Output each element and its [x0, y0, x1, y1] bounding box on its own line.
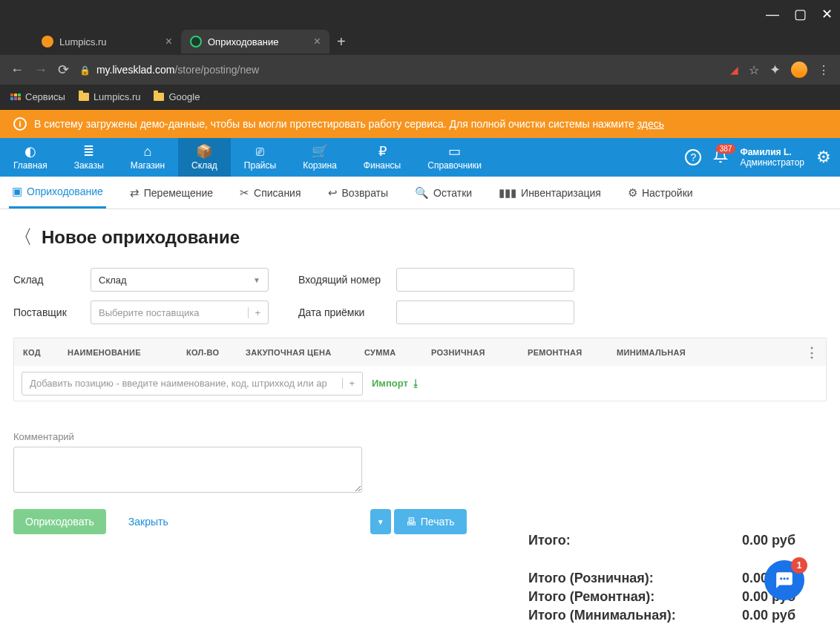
- tab-close-icon[interactable]: ×: [165, 35, 172, 48]
- forward-button[interactable]: →: [34, 62, 47, 78]
- user-menu[interactable]: Фамилия L. Администратор: [740, 147, 804, 168]
- scissors-icon: ✂: [240, 186, 249, 200]
- cart-icon: 🛒: [312, 144, 328, 159]
- lock-icon: 🔒: [79, 65, 91, 76]
- gear-icon: ⚙: [628, 186, 637, 200]
- new-tab-button[interactable]: +: [329, 33, 353, 50]
- folder-icon: [154, 93, 164, 101]
- main-nav: ◐Главная ≣Заказы ⌂Магазин 📦Склад ⎚Прайсы…: [0, 138, 840, 177]
- tab-close-icon[interactable]: ×: [314, 35, 321, 48]
- bookmark-star-icon[interactable]: ☆: [749, 63, 759, 77]
- folder-icon: [79, 93, 89, 101]
- chevron-down-icon: ▼: [253, 276, 260, 284]
- notifications-button[interactable]: 387: [713, 148, 728, 167]
- bookmark-lumpics[interactable]: Lumpics.ru: [79, 91, 141, 102]
- extension-icon[interactable]: ◢: [730, 64, 738, 76]
- date-input[interactable]: [396, 301, 574, 324]
- close-button[interactable]: Закрыть: [117, 509, 180, 534]
- print-dropdown-button[interactable]: ▼: [370, 509, 391, 534]
- doc-icon: ▣: [12, 185, 22, 198]
- list-icon: ≣: [83, 144, 94, 159]
- add-position-input[interactable]: Добавить позицию - введите наименование,…: [22, 372, 363, 395]
- add-supplier-button[interactable]: +: [248, 307, 260, 318]
- tab-title: Lumpics.ru: [59, 36, 107, 47]
- nav-reference[interactable]: ▭Справочники: [414, 138, 495, 177]
- add-row: Добавить позицию - введите наименование,…: [13, 366, 827, 401]
- nav-finance[interactable]: ₽Финансы: [350, 138, 414, 177]
- subnav-returns[interactable]: ↩Возвраты: [325, 177, 392, 209]
- minimize-button[interactable]: —: [766, 7, 779, 22]
- comment-textarea[interactable]: [13, 447, 362, 493]
- th-name: НАИМЕНОВАНИЕ: [59, 348, 177, 357]
- barcode-icon: ▮▮▮: [499, 186, 516, 200]
- incoming-number-input[interactable]: [396, 268, 574, 292]
- subnav-writeoff[interactable]: ✂Списания: [237, 177, 303, 209]
- notification-badge: 387: [716, 144, 736, 154]
- nav-store[interactable]: ⌂Магазин: [117, 138, 178, 177]
- th-min: МИНИМАЛЬНАЯ: [608, 348, 704, 357]
- printer-icon: 🖶: [406, 516, 416, 528]
- info-icon: i: [13, 117, 27, 131]
- svg-point-2: [787, 577, 789, 580]
- tab-favicon: [42, 36, 53, 47]
- supplier-select[interactable]: Выберите поставщика +: [91, 301, 269, 324]
- th-sum: СУММА: [355, 348, 422, 357]
- sub-nav: ▣Оприходование ⇄Перемещение ✂Списания ↩В…: [0, 177, 840, 209]
- subnav-posting[interactable]: ▣Оприходование: [9, 177, 106, 209]
- reload-button[interactable]: ⟳: [58, 62, 69, 78]
- tab-favicon: [190, 36, 202, 47]
- tab-posting[interactable]: Оприходование ×: [181, 30, 329, 53]
- nav-orders[interactable]: ≣Заказы: [61, 138, 117, 177]
- chat-button[interactable]: 1: [764, 560, 804, 600]
- extensions-icon[interactable]: ✦: [770, 62, 781, 78]
- svg-point-1: [783, 577, 785, 580]
- subnav-inventory[interactable]: ▮▮▮Инвентаризация: [496, 177, 604, 209]
- profile-avatar[interactable]: [791, 62, 807, 78]
- clear-demo-link[interactable]: здесь: [637, 118, 664, 130]
- nav-prices[interactable]: ⎚Прайсы: [231, 138, 289, 177]
- totals-panel: Итого: 0.00 руб Итого (Розничная):0.00 р…: [528, 533, 795, 626]
- nav-cart[interactable]: 🛒Корзина: [289, 138, 350, 177]
- bookmark-services[interactable]: Сервисы: [10, 91, 65, 102]
- supplier-label: Поставщик: [13, 306, 79, 318]
- subnav-settings[interactable]: ⚙Настройки: [625, 177, 696, 209]
- menu-icon[interactable]: ⋮: [818, 63, 830, 77]
- browser-tabs: Lumpics.ru × Оприходование × +: [0, 28, 840, 55]
- total-label: Итого:: [528, 533, 571, 548]
- bookmark-google[interactable]: Google: [154, 91, 200, 102]
- table-more-button[interactable]: ⋮: [798, 344, 826, 361]
- box-icon: 📦: [196, 144, 212, 159]
- gauge-icon: ◐: [24, 144, 36, 159]
- address-bar: ← → ⟳ 🔒 my.livesklad.com/store/posting/n…: [0, 55, 840, 85]
- incoming-label: Входящий номер: [298, 274, 384, 286]
- chat-badge: 1: [791, 557, 807, 574]
- maximize-button[interactable]: ▢: [794, 6, 807, 22]
- th-retail: РОЗНИЧНАЯ: [422, 348, 519, 357]
- nav-home[interactable]: ◐Главная: [0, 138, 61, 177]
- subnav-transfer[interactable]: ⇄Перемещение: [127, 177, 216, 209]
- book-icon: ▭: [448, 144, 461, 159]
- store-icon: ⌂: [144, 144, 152, 159]
- search-icon: 🔍: [415, 186, 429, 200]
- back-button[interactable]: ←: [10, 62, 24, 78]
- nav-warehouse[interactable]: 📦Склад: [178, 138, 231, 177]
- settings-icon[interactable]: ⚙: [816, 148, 831, 167]
- close-window-button[interactable]: ✕: [821, 6, 833, 22]
- comment-label: Комментарий: [13, 431, 827, 442]
- add-position-plus[interactable]: +: [342, 378, 355, 389]
- table-header: КОД НАИМЕНОВАНИЕ КОЛ-ВО ЗАКУПОЧНАЯ ЦЕНА …: [13, 338, 827, 366]
- back-chevron-icon[interactable]: 〈: [13, 224, 33, 250]
- subnav-stock[interactable]: 🔍Остатки: [412, 177, 475, 209]
- tab-lumpics[interactable]: Lumpics.ru ×: [33, 30, 181, 53]
- help-button[interactable]: ?: [685, 149, 701, 165]
- warehouse-select[interactable]: Склад ▼: [91, 268, 269, 292]
- submit-button[interactable]: Оприходовать: [13, 509, 106, 534]
- tab-title: Оприходование: [208, 36, 278, 47]
- print-button[interactable]: 🖶Печать: [394, 509, 467, 534]
- import-button[interactable]: Импорт ⭳: [372, 378, 421, 389]
- window-titlebar: — ▢ ✕: [0, 0, 840, 28]
- th-repair: РЕМОНТНАЯ: [519, 348, 608, 357]
- url-display[interactable]: 🔒 my.livesklad.com/store/posting/new: [79, 64, 720, 76]
- page-title: Новое оприходование: [42, 227, 240, 248]
- shuffle-icon: ⇄: [130, 186, 140, 200]
